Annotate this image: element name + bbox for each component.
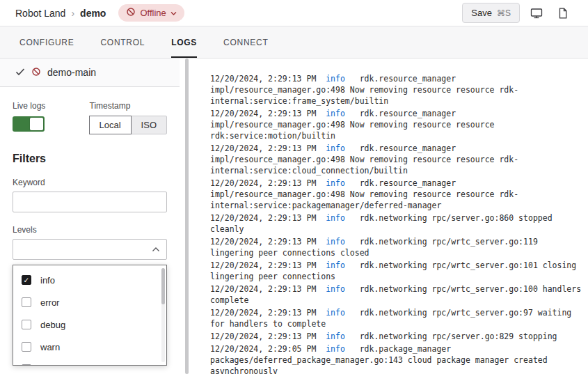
log-timestamp: 12/20/2024, 2:29:13 PM [210,143,316,153]
part-row[interactable]: demo-main [0,59,180,87]
tab[interactable]: LOGS [171,26,197,58]
log-entry: 12/20/2024, 2:29:13 PMinfordk.networking… [210,212,583,235]
log-timestamp: 12/20/2024, 2:29:13 PM [210,213,316,223]
save-label: Save [471,8,492,18]
chevron-up-icon [152,244,160,255]
part-name: demo-main [47,67,96,78]
log-timestamp: 12/20/2024, 2:29:13 PM [210,237,316,247]
level-option-label: debug [40,320,65,330]
log-scrollbar[interactable] [185,59,189,374]
log-level: info [316,74,359,84]
log-entry: 12/20/2024, 2:29:13 PMinfordk.networking… [210,283,583,306]
sidebar: demo-main Live logs Timestamp LocalISO F… [0,59,180,374]
check-icon [15,67,25,79]
log-level: info [316,237,359,247]
log-level: info [316,332,359,341]
scrollbar-thumb[interactable] [161,268,165,304]
level-option[interactable]: warn [13,336,166,358]
filters-title: Filters [13,153,167,165]
levels-select[interactable] [13,239,167,260]
live-logs-toggle[interactable] [13,116,45,132]
log-timestamp: 12/20/2024, 2:29:13 PM [210,260,316,270]
toggle-knob [30,118,43,130]
checkbox[interactable] [22,342,31,352]
timestamp-option[interactable]: Local [89,116,132,134]
log-entry: 12/20/2024, 2:29:13 PMinfordk.resource_m… [210,178,583,211]
log-level: info [316,308,359,318]
log-level: info [316,344,359,354]
checkbox[interactable] [22,297,31,307]
tab[interactable]: CONTROL [100,26,145,58]
checkbox[interactable] [22,320,31,329]
timestamp-segmented: LocalISO [90,116,167,134]
level-option-label: fatal [40,364,58,366]
tab-bar: CONFIGURECONTROLLOGSCONNECT [0,26,588,59]
checkbox[interactable] [22,275,31,285]
timestamp-label: Timestamp [90,101,167,111]
keyword-input[interactable] [13,192,167,212]
log-level: info [316,143,359,153]
levels-dropdown: infoerrordebugwarnfatal [13,265,167,366]
status-badge[interactable]: Offline [118,4,184,22]
breadcrumb: Robot Land › demo [15,8,106,19]
dropdown-scrollbar[interactable] [161,268,165,362]
tab[interactable]: CONFIGURE [19,26,74,58]
timestamp-option[interactable]: ISO [131,116,167,134]
breadcrumb-separator-icon: › [71,8,74,19]
log-entry: 12/20/2024, 2:29:13 PMinfordk.resource_m… [210,108,583,141]
log-timestamp: 12/20/2024, 2:29:13 PM [210,284,316,294]
tab[interactable]: CONNECT [223,26,268,58]
level-option-label: warn [40,342,60,352]
offline-icon [126,7,136,19]
log-timestamp: 12/20/2024, 2:29:13 PM [210,178,316,188]
status-label: Offline [140,8,166,18]
live-logs-control: Live logs [13,101,90,134]
breadcrumb-current: demo [80,8,106,19]
level-option[interactable]: error [13,291,166,313]
levels-options-list: infoerrordebugwarnfatal [13,269,166,366]
log-entry: 12/20/2024, 2:29:13 PMinfordk.networking… [210,260,583,282]
save-button[interactable]: Save ⌘S [462,3,520,23]
log-timestamp: 12/20/2024, 2:29:13 PM [210,109,316,118]
level-option-label: info [40,275,55,286]
log-panel: 12/20/2024, 2:29:13 PMinfordk.resource_m… [180,59,588,374]
content: demo-main Live logs Timestamp LocalISO F… [0,59,588,374]
log-timestamp: 12/20/2024, 2:29:13 PM [210,308,316,318]
log-entry: 12/20/2024, 2:29:13 PMinfordk.resource_m… [210,73,583,107]
save-shortcut: ⌘S [497,8,511,18]
log-list: 12/20/2024, 2:29:13 PMinfordk.resource_m… [180,59,588,374]
log-entry: 12/20/2024, 2:29:13 PMinfordk.networking… [210,236,583,258]
offline-icon [31,67,41,79]
log-level: info [316,178,359,188]
levels-label: Levels [13,225,167,235]
log-entry: 12/20/2024, 2:29:13 PMinfordk.networking… [210,307,583,329]
document-icon[interactable] [553,3,573,23]
chevron-down-icon [170,8,177,18]
log-level: info [316,284,359,294]
filters-panel: Filters Keyword Levels infoerrordebugwar… [0,153,180,366]
log-level: info [316,213,359,223]
level-option[interactable]: fatal [13,358,166,366]
log-controls: Live logs Timestamp LocalISO [0,87,180,134]
log-entry: 12/20/2024, 2:29:13 PMinfordk.networking… [210,331,583,342]
level-option[interactable]: debug [13,313,166,336]
top-bar: Robot Land › demo Offline Save ⌘S [0,0,588,26]
monitor-icon[interactable] [527,3,546,23]
log-timestamp: 12/20/2024, 2:29:05 PM [210,344,316,354]
log-level: info [316,260,359,270]
live-logs-label: Live logs [13,101,90,111]
checkbox[interactable] [22,364,31,366]
level-option[interactable]: info [13,269,166,291]
page: Robot Land › demo Offline Save ⌘S CONFIG… [0,0,588,374]
keyword-label: Keyword [13,178,167,187]
log-message: rdk.networking rpc/server.go:829 stoppin… [360,332,557,341]
breadcrumb-root[interactable]: Robot Land [15,8,65,19]
level-option-label: error [40,297,59,308]
log-level: info [316,109,359,118]
topbar-actions: Save ⌘S [462,3,573,23]
log-timestamp: 12/20/2024, 2:29:13 PM [210,74,316,84]
log-entry: 12/20/2024, 2:29:13 PMinfordk.resource_m… [210,143,583,176]
log-timestamp: 12/20/2024, 2:29:13 PM [210,332,316,341]
timestamp-control: Timestamp LocalISO [90,101,167,134]
log-entry: 12/20/2024, 2:29:05 PMinfordk.package_ma… [210,343,583,374]
